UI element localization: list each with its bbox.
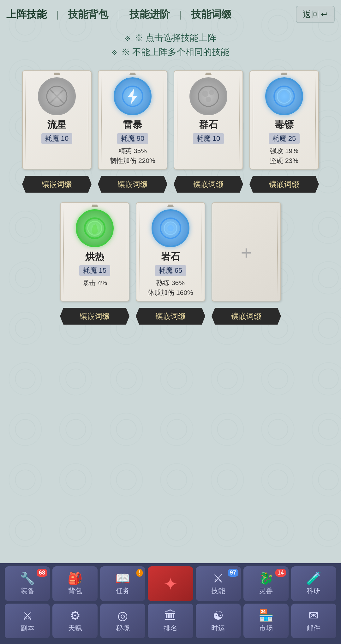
nav-sep-2: ｜ (115, 9, 123, 21)
skill-name-hongre: 烘热 (85, 250, 104, 263)
back-button[interactable]: 返回 ↩ (296, 6, 335, 23)
mana-dubiao: 耗魔 25 (269, 133, 300, 144)
header-nav: 上阵技能 ｜ 技能背包 ｜ 技能进阶 ｜ 技能词缀 返回 ↩ (0, 0, 341, 26)
skill-name-qunshi: 群石 (199, 118, 218, 131)
svg-point-6 (198, 86, 218, 106)
dungeon-icon: ⚔ (22, 610, 33, 622)
skill-badge: 97 (228, 569, 238, 577)
embed-btn-yanshi[interactable]: 镶嵌词缀 (136, 308, 205, 325)
stats-dubiao: 强攻 19% 坚硬 23% (270, 146, 298, 166)
fortune-label: 时运 (211, 623, 225, 633)
skill-card-qunshi[interactable]: 群石 耗魔 10 (174, 70, 243, 170)
embed-row-1: 镶嵌词缀 镶嵌词缀 镶嵌词缀 镶嵌词缀 (9, 176, 332, 193)
rank-label: 排名 (164, 623, 177, 633)
skill-card-leibao[interactable]: 雷暴 耗魔 90 精英 35% 韧性加伤 220% (98, 70, 167, 170)
svg-point-7 (202, 91, 208, 97)
card-deco (92, 205, 98, 207)
nav-secret[interactable]: ◎ 秘境 (100, 604, 145, 638)
skill-card-hongre[interactable]: 烘热 耗魔 15 暴击 4% (60, 202, 129, 301)
task-icon: 📖 (115, 572, 130, 584)
nav-hero[interactable]: ✦ (148, 566, 193, 601)
stats-leibao: 精英 35% 韧性加伤 220% (110, 146, 155, 166)
inst-icon-2: ※ (111, 49, 117, 57)
nav-rank[interactable]: 🏛 排名 (148, 604, 193, 638)
skills-row-2: 烘热 耗魔 15 暴击 4% 岩石 耗魔 65 (9, 202, 332, 301)
equip-badge: 68 (37, 569, 47, 577)
nav-equip[interactable]: 🔧 装备 68 (5, 566, 50, 601)
stats-hongre: 暴击 4% (82, 278, 107, 288)
rank-icon: 🏛 (165, 610, 176, 622)
mana-yanshi: 耗魔 65 (155, 265, 186, 276)
add-skill-icon: + (241, 242, 252, 264)
market-icon: 🏪 (259, 610, 273, 622)
skill-icon-hongre (76, 209, 114, 247)
skill-icon-qunshi (189, 77, 227, 115)
bottom-nav-row-1: 🔧 装备 68 🎒 背包 📖 任务 ! ✦ ⚔ 技能 97 (5, 566, 336, 601)
nav-skill[interactable]: ⚔ 技能 97 (196, 566, 241, 601)
mail-icon: ✉ (308, 610, 319, 622)
inst-icon-1: ※ (125, 34, 130, 42)
bag-label: 背包 (68, 586, 82, 596)
embed-btn-dubiao[interactable]: 镶嵌词缀 (249, 176, 319, 193)
nav-bag[interactable]: 技能背包 (68, 8, 108, 21)
nav-task[interactable]: 📖 任务 ! (100, 566, 145, 601)
beast-label: 灵兽 (259, 586, 273, 596)
nav-mail[interactable]: ✉ 邮件 (291, 604, 336, 638)
card-deco (205, 73, 212, 75)
card-deco (167, 205, 174, 207)
nav-deploy[interactable]: 上阵技能 (6, 8, 47, 21)
nav-dungeon[interactable]: ⚔ 副本 (5, 604, 50, 638)
market-label: 市场 (259, 623, 273, 633)
skill-name-yanshi: 岩石 (161, 250, 180, 263)
svg-point-16 (167, 225, 174, 231)
embed-btn-liuxing[interactable]: 镶嵌词缀 (22, 176, 92, 193)
card-deco (54, 73, 60, 75)
skill-card-dubiao[interactable]: 毒镖 耗魔 25 强攻 19% 坚硬 23% (249, 70, 319, 170)
svg-point-9 (206, 97, 211, 102)
skill-card-yanshi[interactable]: 岩石 耗魔 65 熟练 36% 体质加伤 160% (136, 202, 205, 301)
svg-point-8 (209, 90, 214, 95)
mail-label: 邮件 (307, 623, 320, 633)
skills-row-1: 流星 耗魔 10 雷暴 耗魔 90 精英 35% 韧性加伤 220% (9, 70, 332, 170)
skill-icon-leibao (114, 77, 152, 115)
stats-yanshi: 熟练 36% 体质加伤 160% (148, 278, 193, 298)
skill-icon-dubiao (265, 77, 303, 115)
skill-card-liuxing[interactable]: 流星 耗魔 10 (22, 70, 92, 170)
nav-fortune[interactable]: ☯ 时运 (196, 604, 241, 638)
secret-icon: ◎ (117, 610, 128, 622)
mana-hongre: 耗魔 15 (79, 265, 111, 276)
embed-btn-leibao[interactable]: 镶嵌词缀 (98, 176, 167, 193)
task-badge: ! (136, 569, 143, 577)
equip-icon: 🔧 (20, 572, 35, 584)
skill-card-empty[interactable]: + (212, 202, 281, 301)
research-label: 科研 (307, 586, 320, 596)
equip-label: 装备 (21, 586, 34, 596)
mana-liuxing: 耗魔 10 (41, 133, 73, 144)
bottom-nav-row-2: ⚔ 副本 ⚙ 天赋 ◎ 秘境 🏛 排名 ☯ 时运 🏪 市场 (5, 604, 336, 638)
nav-beast[interactable]: 🐉 灵兽 14 (243, 566, 289, 601)
embed-btn-empty[interactable]: 镶嵌词缀 (212, 308, 281, 325)
nav-advance[interactable]: 技能进阶 (129, 8, 170, 21)
skill-icon: ⚔ (213, 572, 224, 584)
nav-bag[interactable]: 🎒 背包 (52, 566, 98, 601)
nav-market[interactable]: 🏪 市场 (243, 604, 289, 638)
nav-affix[interactable]: 技能词缀 (191, 8, 231, 21)
beast-icon: 🐉 (259, 572, 273, 584)
back-icon: ↩ (321, 9, 328, 19)
nav-sep-1: ｜ (53, 9, 62, 21)
skill-label: 技能 (211, 586, 225, 596)
embed-btn-hongre[interactable]: 镶嵌词缀 (60, 308, 129, 325)
nav-sep-3: ｜ (176, 9, 185, 21)
nav-research[interactable]: 🧪 科研 (291, 566, 336, 601)
talent-label: 天赋 (68, 623, 82, 633)
svg-point-3 (52, 92, 62, 101)
instruction-1: ※ ※ 点击选择技能上阵 (6, 31, 335, 45)
embed-btn-qunshi[interactable]: 镶嵌词缀 (174, 176, 243, 193)
skills-section: 流星 耗魔 10 雷暴 耗魔 90 精英 35% 韧性加伤 220% (0, 64, 341, 341)
svg-marker-5 (128, 88, 137, 104)
nav-talent[interactable]: ⚙ 天赋 (52, 604, 98, 638)
task-label: 任务 (116, 586, 130, 596)
skill-icon-liuxing (38, 77, 76, 115)
back-label: 返回 (303, 9, 319, 20)
skill-name-leibao: 雷暴 (123, 118, 142, 131)
